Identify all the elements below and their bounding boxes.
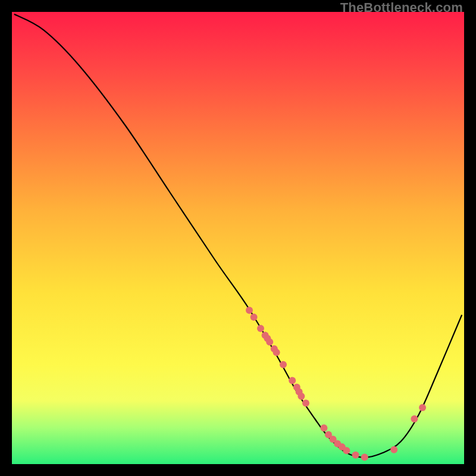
highlight-point: [361, 454, 368, 461]
highlight-point: [419, 404, 426, 411]
chart-svg: [12, 12, 464, 464]
highlight-point: [250, 314, 258, 321]
highlight-point: [411, 415, 418, 422]
highlight-point: [352, 452, 359, 459]
highlight-point: [320, 424, 327, 431]
highlight-point: [343, 447, 350, 454]
highlight-point: [390, 446, 397, 453]
highlight-point: [257, 325, 264, 332]
highlight-point: [302, 399, 309, 406]
highlight-point: [289, 377, 296, 384]
highlight-points: [246, 307, 426, 461]
highlight-point: [246, 307, 253, 314]
chart-plot-area: [11, 11, 465, 465]
highlight-point: [266, 339, 273, 346]
highlight-point: [273, 349, 280, 356]
watermark-text: TheBottleneck.com: [340, 0, 463, 15]
highlight-point: [280, 361, 287, 368]
highlight-point: [298, 393, 305, 400]
bottleneck-curve: [14, 14, 462, 458]
